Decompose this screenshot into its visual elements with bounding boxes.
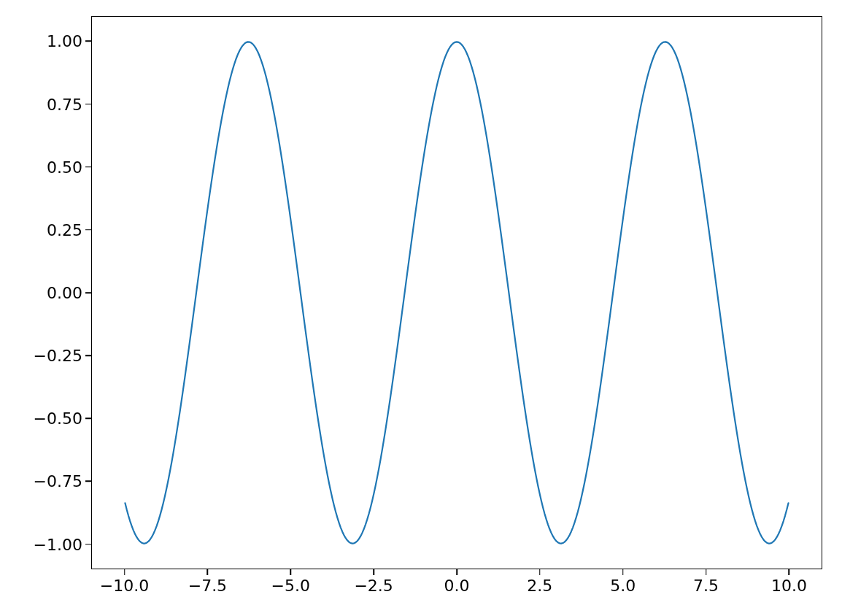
x-tick-mark: [706, 569, 707, 575]
y-tick-label: −0.25: [4, 347, 93, 365]
x-tick-label: 2.5: [527, 577, 552, 595]
x-tick-label: 5.0: [610, 577, 636, 595]
x-axis-ticks: −10.0−7.5−5.0−2.50.02.55.07.510.0: [91, 569, 822, 598]
x-tick-label: −7.5: [188, 577, 227, 595]
x-tick-mark: [789, 569, 790, 575]
x-tick-mark: [622, 569, 624, 575]
x-tick-label: −2.5: [354, 577, 393, 595]
y-tick-label: 1.00: [4, 32, 93, 50]
y-tick-label: −0.50: [4, 409, 93, 428]
x-tick-mark: [456, 569, 457, 575]
x-tick-mark: [373, 569, 374, 575]
x-tick-mark: [124, 569, 125, 575]
x-tick-mark: [539, 569, 541, 575]
y-tick-label: 0.25: [4, 220, 93, 239]
x-tick-label: 10.0: [771, 577, 807, 595]
series-line: [125, 42, 788, 543]
x-tick-label: 0.0: [444, 577, 470, 595]
line-series: [92, 17, 822, 569]
y-tick-label: 0.50: [4, 158, 93, 176]
x-tick-label: −10.0: [100, 577, 149, 595]
y-tick-label: 0.75: [4, 95, 93, 113]
y-tick-label: −1.00: [4, 535, 93, 553]
x-tick-mark: [290, 569, 292, 575]
x-tick-label: 7.5: [693, 577, 719, 595]
plot-area: [91, 16, 822, 569]
x-tick-label: −5.0: [271, 577, 310, 595]
y-tick-label: 0.00: [4, 284, 93, 302]
chart-container: −10.0−7.5−5.0−2.50.02.55.07.510.0 −1.00−…: [0, 0, 842, 616]
x-tick-mark: [207, 569, 209, 575]
y-tick-label: −0.75: [4, 472, 93, 490]
